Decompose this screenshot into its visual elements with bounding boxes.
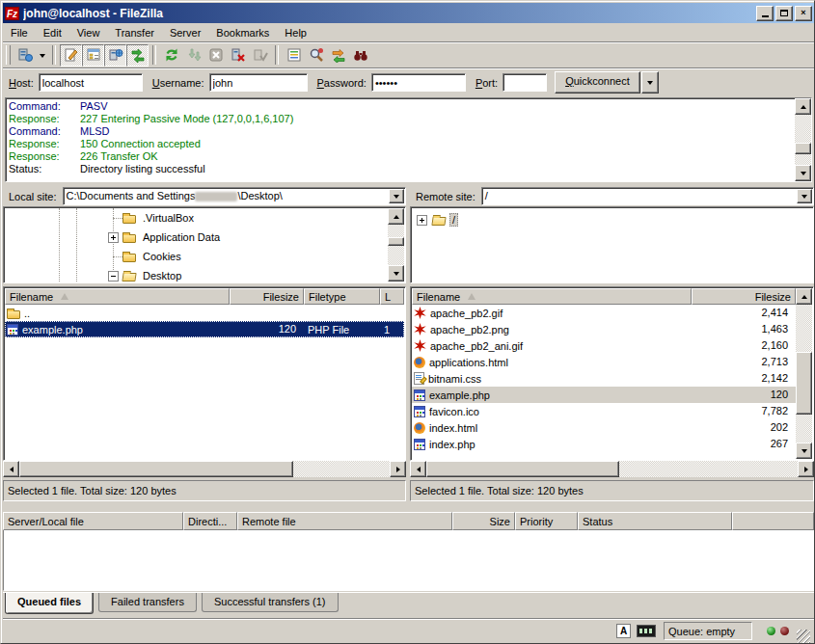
file-row[interactable]: favicon.ico 7,782 [412,403,796,419]
file-row[interactable]: apache_pb2.gif 2,414 [412,305,796,321]
folder-icon [122,254,136,262]
scroll-track[interactable] [796,305,812,443]
file-row[interactable]: apache_pb2.png 1,463 [412,321,796,337]
menu-help[interactable]: Help [277,25,314,40]
menu-transfer[interactable]: Transfer [107,25,162,40]
scroll-right-button[interactable] [390,461,406,477]
tree-item-cookies[interactable]: Cookies [5,247,404,266]
scroll-thumb[interactable] [796,352,812,416]
toggle-local-tree-button[interactable] [82,44,104,67]
column-header-filename[interactable]: Filename [412,288,692,305]
column-header-remote-file[interactable]: Remote file [237,512,452,530]
expand-plus-icon[interactable] [108,232,119,243]
local-tree-icon [86,47,101,63]
process-queue-button[interactable] [182,44,204,67]
activity-led-green-icon [767,627,775,635]
column-header-filename[interactable]: Filename [5,288,230,305]
reconnect-button[interactable] [249,44,271,67]
username-input[interactable] [209,73,308,92]
file-row-parent-dir[interactable]: .. [5,305,404,321]
speed-limit-icon[interactable] [637,625,656,637]
menu-bookmarks[interactable]: Bookmarks [208,25,277,40]
column-header-size[interactable]: Size [452,512,515,530]
column-header-status[interactable]: Status [578,512,732,530]
menu-server[interactable]: Server [162,25,208,40]
remote-site-combobox[interactable]: / [481,187,814,205]
synchronized-browsing-button[interactable] [327,44,349,67]
compare-directories-button[interactable] [305,44,327,67]
remote-site-dropdown[interactable] [797,189,812,203]
scroll-up-button[interactable] [796,288,812,305]
host-input[interactable] [39,73,143,92]
toggle-remote-tree-button[interactable] [104,44,126,67]
resize-grip[interactable] [797,630,810,643]
tree-item-root[interactable]: / [412,210,812,229]
scroll-track[interactable] [795,115,811,165]
scroll-track[interactable] [19,461,390,477]
port-input[interactable] [503,73,547,92]
close-button[interactable]: × [795,6,812,21]
site-manager-button[interactable] [14,44,36,67]
filter-button[interactable] [283,44,305,67]
scroll-thumb[interactable] [795,143,811,153]
column-header-server-local-file[interactable]: Server/Local file [3,512,183,530]
scroll-track[interactable] [426,461,798,477]
file-row-selected[interactable]: example.php 120 [412,387,796,403]
queue-body[interactable] [3,530,814,591]
column-header-filetype[interactable]: Filetype [304,288,380,305]
maximize-button[interactable] [775,6,793,21]
cancel-operation-button[interactable] [204,44,227,67]
scroll-down-button[interactable] [388,265,404,282]
disconnect-button[interactable] [227,44,249,67]
file-type: PHP File [304,324,380,335]
tree-item-virtualbox[interactable]: .VirtualBox [5,208,404,228]
column-header-filesize[interactable]: Filesize [230,288,304,305]
toggle-queue-button[interactable] [126,44,149,67]
local-site-combobox[interactable]: C:\Documents and Settings\Desktop\ [63,187,406,205]
scroll-thumb[interactable] [388,237,404,246]
scroll-down-button[interactable] [795,165,811,181]
menu-view[interactable]: View [69,25,108,40]
file-row[interactable]: applications.html 2,713 [412,354,796,370]
menu-file[interactable]: File [3,25,36,40]
tab-queued-files[interactable]: Queued files [5,593,94,614]
site-manager-dropdown[interactable] [36,44,48,67]
tree-item-application-data[interactable]: Application Data [5,228,404,247]
scroll-left-button[interactable] [3,461,19,477]
php-file-icon [7,324,18,335]
file-row-example-php[interactable]: example.php 120 PHP File 1 [5,321,404,337]
scroll-up-button[interactable] [388,208,404,225]
scroll-left-button[interactable] [410,461,426,477]
scroll-right-button[interactable] [798,461,814,477]
refresh-button[interactable] [160,44,182,67]
quickconnect-button[interactable]: Quickconnect [555,71,640,94]
local-site-dropdown[interactable] [389,189,404,203]
tab-successful-transfers[interactable]: Successful transfers (1) [202,593,339,612]
tab-failed-transfers[interactable]: Failed transfers [98,593,197,612]
scroll-up-button[interactable] [795,98,811,115]
ascii-data-type-icon[interactable]: A [616,624,631,638]
minimize-button[interactable] [756,6,774,21]
password-input[interactable] [371,73,466,92]
file-row[interactable]: apache_pb2_ani.gif 2,160 [412,337,796,354]
scroll-down-button[interactable] [796,443,812,459]
collapse-minus-icon[interactable] [108,271,119,282]
expand-plus-icon[interactable] [417,215,427,226]
quickconnect-dropdown[interactable] [641,71,659,94]
column-header-filesize[interactable]: Filesize [692,288,796,305]
local-file-list: Filename Filesize Filetype L .. example.… [3,286,406,461]
column-header-lastmodified[interactable]: L [380,288,404,305]
scroll-thumb[interactable] [19,461,293,477]
file-row[interactable]: bitnami.css 2,142 [412,370,796,387]
scroll-track[interactable] [388,225,404,265]
find-files-button[interactable] [349,44,371,67]
log-line: Status:Directory listing successful [9,163,791,175]
file-row[interactable]: index.html 202 [412,419,796,436]
tree-item-desktop[interactable]: Desktop [5,266,404,282]
column-header-priority[interactable]: Priority [515,512,578,530]
file-row[interactable]: index.php 267 [412,436,796,452]
toggle-message-log-button[interactable] [60,44,82,67]
column-header-direction[interactable]: Directi... [183,512,237,530]
menu-edit[interactable]: Edit [36,25,69,40]
scroll-thumb[interactable] [426,461,619,477]
